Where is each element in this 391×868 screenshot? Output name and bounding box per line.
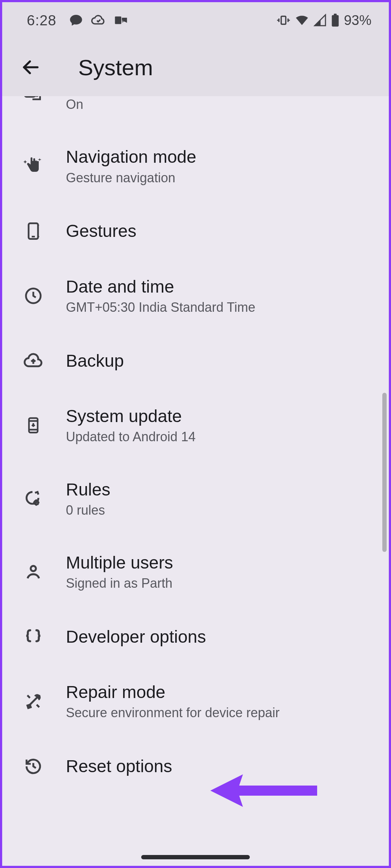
item-rules[interactable]: Rules 0 rules (2, 462, 389, 535)
item-navigation-mode[interactable]: Navigation mode Gesture navigation (2, 129, 389, 203)
arrow-back-icon (21, 57, 41, 77)
sync-cloud-icon (91, 13, 106, 27)
item-subtitle: Gesture navigation (66, 170, 196, 186)
back-button[interactable] (18, 55, 43, 80)
item-subtitle: GMT+05:30 India Standard Time (66, 299, 255, 315)
item-live-translate[interactable]: Live Translate On (2, 96, 389, 129)
page-title: System (78, 55, 153, 80)
item-date-time[interactable]: Date and time GMT+05:30 India Standard T… (2, 259, 389, 332)
item-system-update[interactable]: System update Updated to Android 14 (2, 389, 389, 462)
item-backup[interactable]: Backup (2, 332, 389, 389)
settings-list: Live Translate On Navigation mode Gestur… (2, 96, 389, 795)
svg-rect-2 (332, 15, 339, 27)
signal-icon (314, 14, 327, 27)
vibrate-icon (277, 13, 290, 27)
battery-percent: 93% (344, 13, 371, 28)
cloud-upload-icon (22, 350, 44, 371)
status-right: 93% (277, 13, 371, 28)
battery-icon (331, 13, 340, 27)
item-subtitle: On (66, 97, 174, 112)
hand-sparkle-icon (22, 156, 44, 177)
item-title: Multiple users (66, 553, 173, 573)
item-subtitle: Signed in as Parth (66, 575, 173, 591)
svg-rect-1 (281, 16, 286, 24)
svg-rect-0 (115, 17, 121, 24)
item-subtitle: 0 rules (66, 502, 110, 518)
wifi-icon (295, 13, 309, 27)
item-subtitle: Updated to Android 14 (66, 429, 196, 444)
rules-icon (22, 488, 44, 510)
item-gestures[interactable]: Gestures (2, 203, 389, 259)
system-update-icon (22, 414, 44, 436)
item-title: System update (66, 406, 196, 426)
item-title: Reset options (66, 756, 172, 776)
svg-point-9 (31, 566, 36, 571)
status-left: 6:28 (27, 12, 129, 29)
svg-rect-4 (25, 96, 35, 97)
status-clock: 6:28 (27, 12, 56, 29)
item-title: Backup (66, 351, 124, 371)
item-title: Date and time (66, 277, 255, 297)
item-title: Repair mode (66, 682, 279, 702)
chat-icon (69, 13, 83, 27)
item-developer-options[interactable]: Developer options (2, 608, 389, 665)
history-reset-icon (22, 756, 44, 777)
item-reset-options[interactable]: Reset options (2, 738, 389, 795)
item-title: Rules (66, 480, 110, 499)
tools-icon (22, 690, 44, 712)
svg-rect-3 (334, 14, 337, 16)
item-title: Gestures (66, 221, 136, 241)
translate-icon (22, 96, 44, 103)
phone-sparkle-icon (22, 220, 44, 242)
item-title: Developer options (66, 627, 206, 647)
item-repair-mode[interactable]: Repair mode Secure environment for devic… (2, 665, 389, 738)
item-multiple-users[interactable]: Multiple users Signed in as Parth (2, 535, 389, 608)
person-icon (22, 561, 44, 583)
outlook-icon (114, 13, 129, 28)
clock-icon (22, 285, 44, 307)
app-bar: System (2, 38, 389, 96)
item-subtitle: Secure environment for device repair (66, 705, 279, 720)
status-bar: 6:28 93% (2, 2, 389, 38)
scrollbar-thumb[interactable] (382, 393, 387, 552)
braces-icon (22, 626, 44, 647)
item-title: Navigation mode (66, 147, 196, 167)
navigation-handle[interactable] (141, 855, 250, 859)
